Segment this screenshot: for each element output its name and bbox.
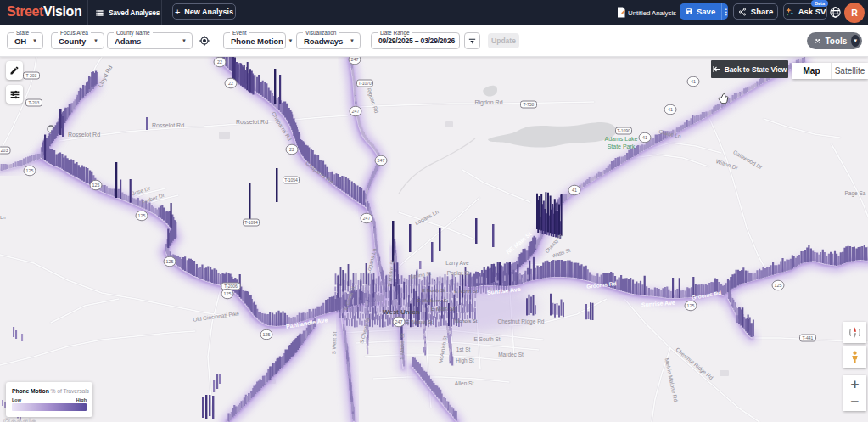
svg-text:T-203: T-203 [29, 100, 40, 105]
svg-text:S Market St: S Market St [399, 333, 405, 360]
svg-text:E Walnut St: E Walnut St [406, 319, 433, 324]
svg-text:E South St: E South St [473, 336, 500, 342]
svg-text:Rosselot Rd: Rosselot Rd [236, 119, 268, 125]
svg-text:Larry Ave: Larry Ave [445, 260, 469, 267]
svg-text:247: 247 [395, 319, 403, 324]
svg-text:T-1054: T-1054 [284, 177, 298, 183]
svg-text:T-1090: T-1090 [617, 128, 630, 133]
svg-text:T-758: T-758 [524, 102, 535, 107]
svg-text:State Park: State Park [608, 143, 636, 149]
svg-text:125: 125 [263, 332, 271, 337]
svg-text:125: 125 [138, 213, 146, 218]
svg-text:125: 125 [224, 291, 232, 296]
svg-text:E Main St: E Main St [431, 306, 455, 312]
svg-text:S West St: S West St [332, 331, 338, 354]
svg-text:E Mulberry St: E Mulberry St [417, 298, 449, 303]
svg-text:E North St: E North St [454, 289, 478, 294]
svg-text:247: 247 [351, 57, 359, 62]
svg-text:247: 247 [363, 216, 371, 221]
svg-text:125: 125 [26, 168, 34, 173]
svg-text:West Union: West Union [383, 308, 420, 316]
svg-text:41: 41 [572, 188, 577, 193]
svg-text:Mardec St: Mardec St [498, 352, 524, 357]
svg-text:22: 22 [289, 147, 294, 152]
svg-text:T-441: T-441 [803, 335, 814, 340]
svg-text:41: 41 [642, 135, 647, 140]
svg-text:Poplar St: Poplar St [447, 270, 470, 277]
svg-text:Allen St: Allen St [455, 380, 474, 386]
svg-text:247: 247 [378, 158, 385, 163]
svg-text:E North St: E North St [422, 288, 445, 293]
svg-text:1st St: 1st St [456, 346, 471, 352]
svg-text:T-203: T-203 [26, 73, 37, 78]
svg-text:Page Sa: Page Sa [845, 190, 866, 197]
svg-text:22: 22 [228, 81, 233, 86]
svg-text:41: 41 [668, 107, 673, 112]
svg-text:High St: High St [456, 357, 474, 364]
svg-text:125: 125 [92, 183, 100, 188]
svg-text:Rosselot Rd: Rosselot Rd [152, 122, 184, 128]
svg-text:Chestnut Ridge Rd: Chestnut Ridge Rd [498, 318, 545, 325]
svg-text:Rigdon Rd: Rigdon Rd [474, 99, 502, 106]
svg-text:T-1094: T-1094 [244, 220, 258, 225]
svg-text:125: 125 [687, 303, 695, 308]
svg-text:Rosselot Rd: Rosselot Rd [68, 132, 100, 138]
svg-text:247: 247 [352, 109, 360, 114]
svg-text:Ln: Ln [0, 215, 6, 220]
svg-text:Adams Lake: Adams Lake [605, 136, 638, 142]
svg-text:125: 125 [166, 259, 174, 264]
svg-text:125: 125 [775, 283, 782, 288]
svg-text:41: 41 [691, 79, 696, 84]
svg-text:22: 22 [217, 59, 222, 65]
svg-text:203: 203 [1, 148, 8, 153]
svg-text:T-2006: T-2006 [224, 284, 238, 289]
svg-text:Nichols St: Nichols St [454, 318, 477, 324]
svg-text:T-1070: T-1070 [358, 81, 372, 86]
